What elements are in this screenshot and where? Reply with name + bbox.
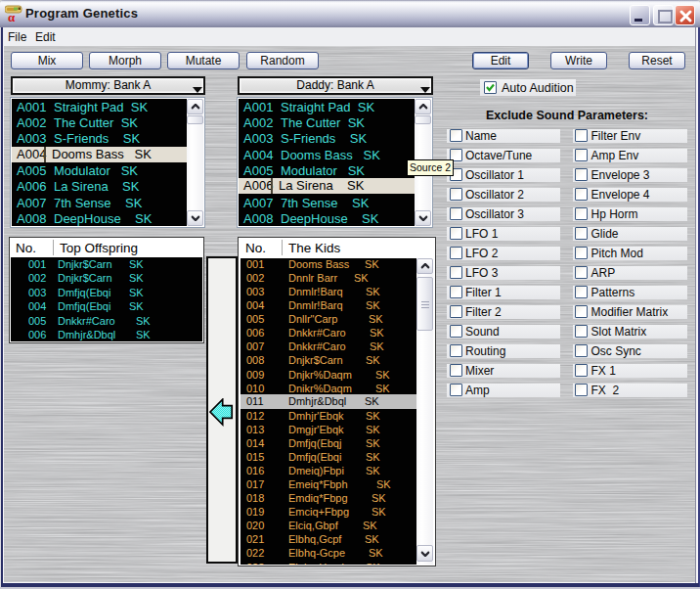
svg-text:α: α <box>8 10 16 23</box>
